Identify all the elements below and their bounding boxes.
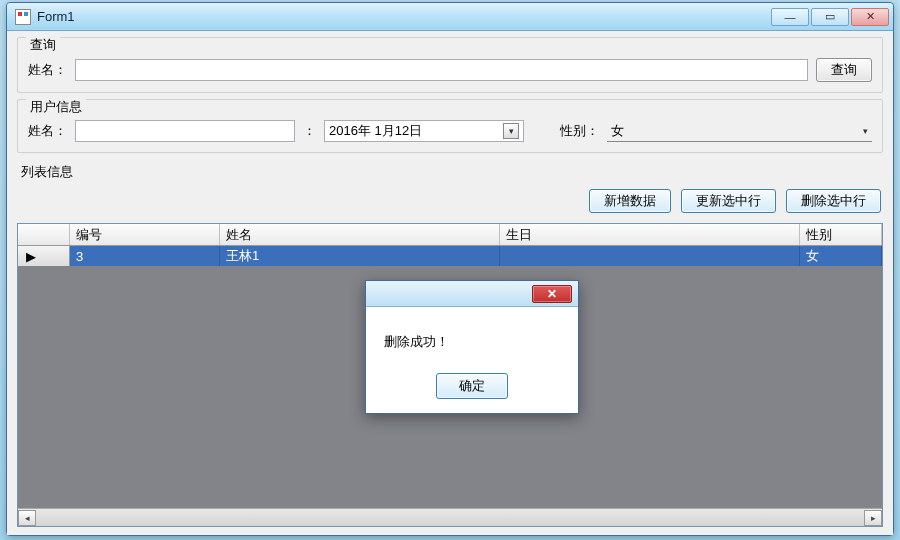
userinfo-gender-label: 性别： [560, 122, 599, 140]
dialog-ok-button[interactable]: 确定 [436, 373, 508, 399]
maximize-button[interactable]: ▭ [811, 8, 849, 26]
window-controls: — ▭ ✕ [771, 8, 889, 26]
window-title: Form1 [37, 9, 771, 24]
query-search-button[interactable]: 查询 [816, 58, 872, 82]
userinfo-legend: 用户信息 [26, 98, 86, 116]
userinfo-name-input[interactable] [75, 120, 295, 142]
col-id[interactable]: 编号 [70, 224, 220, 245]
update-button[interactable]: 更新选中行 [681, 189, 776, 213]
list-toolbar: 新增数据 更新选中行 删除选中行 [17, 189, 883, 217]
grid-header: 编号 姓名 生日 性别 [18, 224, 882, 246]
cell-birthday[interactable] [500, 246, 800, 266]
userinfo-gender-value: 女 [611, 122, 624, 140]
cell-id[interactable]: 3 [70, 246, 220, 266]
titlebar[interactable]: Form1 — ▭ ✕ [7, 3, 893, 31]
minimize-button[interactable]: — [771, 8, 809, 26]
row-indicator-icon: ▶ [18, 246, 70, 266]
app-window: Form1 — ▭ ✕ 查询 姓名： 查询 用户信息 姓名： ： 2016年 1… [6, 2, 894, 536]
message-dialog: ✕ 删除成功！ 确定 [365, 280, 579, 414]
query-name-label: 姓名： [28, 61, 67, 79]
query-name-input[interactable] [75, 59, 808, 81]
list-section-label: 列表信息 [21, 163, 883, 181]
scroll-left-icon[interactable]: ◂ [18, 510, 36, 526]
horizontal-scrollbar[interactable]: ◂ ▸ [18, 508, 882, 526]
dialog-close-button[interactable]: ✕ [532, 285, 572, 303]
col-gender[interactable]: 性别 [800, 224, 882, 245]
cell-name[interactable]: 王林1 [220, 246, 500, 266]
calendar-dropdown-icon[interactable]: ▾ [503, 123, 519, 139]
query-group: 查询 姓名： 查询 [17, 37, 883, 93]
dialog-titlebar[interactable]: ✕ [366, 281, 578, 307]
col-birthday[interactable]: 生日 [500, 224, 800, 245]
scroll-right-icon[interactable]: ▸ [864, 510, 882, 526]
add-button[interactable]: 新增数据 [589, 189, 671, 213]
col-name[interactable]: 姓名 [220, 224, 500, 245]
query-legend: 查询 [26, 36, 60, 54]
app-icon [15, 9, 31, 25]
userinfo-group: 用户信息 姓名： ： 2016年 1月12日 ▾ 性别： 女 ▾ [17, 99, 883, 153]
userinfo-gender-combo[interactable]: 女 ▾ [607, 120, 872, 142]
table-row[interactable]: ▶ 3 王林1 女 [18, 246, 882, 266]
userinfo-date-value: 2016年 1月12日 [329, 122, 422, 140]
userinfo-date-label: ： [303, 122, 316, 140]
userinfo-name-label: 姓名： [28, 122, 67, 140]
close-button[interactable]: ✕ [851, 8, 889, 26]
userinfo-date-picker[interactable]: 2016年 1月12日 ▾ [324, 120, 524, 142]
chevron-down-icon: ▾ [863, 126, 868, 136]
delete-button[interactable]: 删除选中行 [786, 189, 881, 213]
dialog-message: 删除成功！ [366, 307, 578, 365]
cell-gender[interactable]: 女 [800, 246, 882, 266]
grid-rowheader-col [18, 224, 70, 245]
